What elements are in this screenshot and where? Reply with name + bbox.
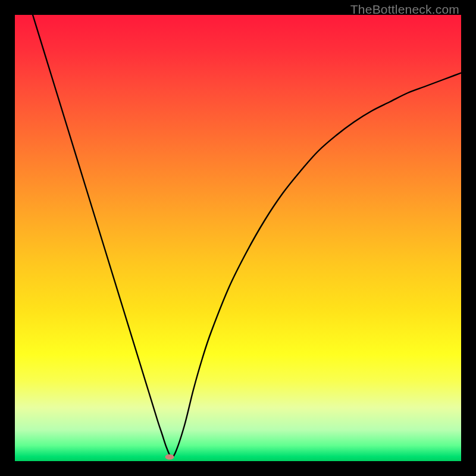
optimal-marker xyxy=(165,455,174,460)
watermark-text: TheBottleneck.com xyxy=(350,2,459,17)
chart-frame: TheBottleneck.com xyxy=(0,0,476,476)
plot-area xyxy=(15,15,461,461)
bottleneck-curve xyxy=(15,15,461,461)
